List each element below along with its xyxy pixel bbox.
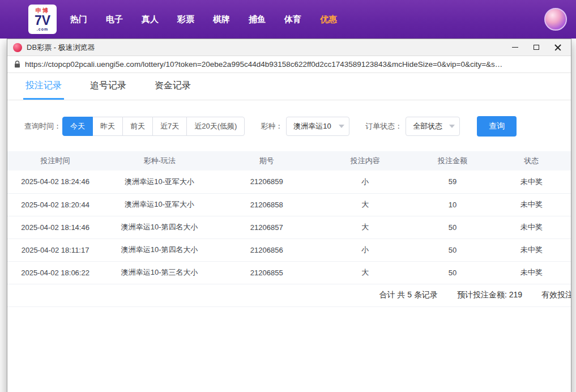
status-select-value: 全部状态 [413,121,442,131]
lottery-select[interactable]: 澳洲幸运10 [286,117,349,136]
table-row: 2025-04-02 18:06:22澳洲幸运10-第三名大小21206855大… [7,261,571,284]
table-cell: 21206856 [216,238,317,261]
table-cell: 未中奖 [492,238,571,261]
table-cell: 小 [317,238,413,261]
window-titlebar[interactable]: DB彩票 - 极速浏览器 [7,39,571,56]
logo-badge-text: 申博 [36,8,49,14]
table-cell: 50 [413,216,492,238]
column-header: 投注时间 [7,151,103,171]
time-filter-前天[interactable]: 前天 [122,117,153,136]
table-cell: 50 [413,238,492,261]
table-header-row: 投注时间彩种-玩法期号投注内容投注金额状态 [7,151,571,171]
table-cell: 小 [317,171,413,193]
table-cell: 21206858 [216,193,317,216]
table-cell: 21206855 [216,261,317,284]
column-header: 投注金额 [413,151,492,171]
status-filter-label: 订单状态： [365,121,402,131]
table-cell: 大 [317,216,413,238]
table-cell: 未中奖 [492,261,571,284]
logo-suffix-text: .com [37,27,48,31]
site-logo[interactable]: 申博 7V .com [28,5,57,34]
table-row: 2025-04-02 18:11:17澳洲幸运10-第四名大小21206856小… [7,238,571,261]
time-filter-近20天(低频)[interactable]: 近20天(低频) [186,117,245,136]
lottery-select-value: 澳洲幸运10 [293,121,331,131]
nav-item-优惠[interactable]: 优惠 [320,14,337,25]
table-cell: 59 [413,171,492,193]
summary-expected-amount: 预计投注金额: 219 [457,290,522,300]
column-header: 彩种-玩法 [103,151,216,171]
table-row: 2025-04-02 18:20:44澳洲幸运10-亚军大小21206858大1… [7,193,571,216]
minimize-button[interactable] [504,39,526,56]
nav-item-体育[interactable]: 体育 [284,14,301,25]
nav-item-电子[interactable]: 电子 [106,14,123,25]
logo-name-text: 7V [35,14,50,27]
lock-icon [14,61,20,68]
maximize-icon [534,45,539,50]
table-cell: 未中奖 [492,171,571,193]
tab-追号记录[interactable]: 追号记录 [89,80,127,100]
minimize-icon [512,47,518,48]
address-bar[interactable]: https://ctopcp02pcali.uengi5e.com/lotter… [7,56,571,73]
table-cell: 澳洲幸运10-第三名大小 [103,261,216,284]
time-filter-昨天[interactable]: 昨天 [92,117,123,136]
window-title: DB彩票 - 极速浏览器 [27,42,95,53]
maximize-button[interactable] [526,39,547,56]
table-cell: 10 [413,193,492,216]
close-icon [554,44,561,51]
window-controls [504,39,569,56]
query-button[interactable]: 查询 [477,116,517,137]
nav-item-捕鱼[interactable]: 捕鱼 [249,14,266,25]
table-cell: 2025-04-02 18:24:46 [7,171,103,193]
nav-item-热门[interactable]: 热门 [70,14,87,25]
summary-total: 合计 共 5 条记录 [379,290,438,300]
table-cell: 澳洲幸运10-第四名大小 [103,216,216,238]
nav-item-棋牌[interactable]: 棋牌 [213,14,230,25]
main-nav: 热门电子真人彩票棋牌捕鱼体育优惠 [70,14,337,25]
browser-favicon-icon [13,43,22,52]
order-status-select[interactable]: 全部状态 [406,117,460,136]
table-summary: 合计 共 5 条记录 预计投注金额: 219 有效投注: [7,284,571,307]
column-header: 投注内容 [317,151,413,171]
time-filter-group: 今天昨天前天近7天近20天(低频) [62,117,245,136]
tab-资金记录[interactable]: 资金记录 [153,80,192,100]
table-cell: 21206859 [216,171,317,193]
tab-投注记录[interactable]: 投注记录 [24,80,63,100]
page-content: 投注记录追号记录资金记录 查询时间： 今天昨天前天近7天近20天(低频) 彩种：… [7,73,571,392]
table-cell: 2025-04-02 18:11:17 [7,238,103,261]
table-cell: 未中奖 [492,193,571,216]
close-button[interactable] [547,39,569,56]
table-cell: 2025-04-02 18:20:44 [7,193,103,216]
table-cell: 澳洲幸运10-亚军大小 [103,171,216,193]
record-tabs: 投注记录追号记录资金记录 [7,73,571,100]
site-topbar: 申博 7V .com 热门电子真人彩票棋牌捕鱼体育优惠 [0,0,576,39]
table-cell: 未中奖 [492,216,571,238]
table-cell: 大 [317,261,413,284]
chevron-down-icon [339,125,344,128]
table-cell: 2025-04-02 18:06:22 [7,261,103,284]
lottery-filter-label: 彩种： [261,121,283,131]
table-cell: 澳洲幸运10-亚军大小 [103,193,216,216]
url-text: https://ctopcp02pcali.uengi5e.com/lotter… [25,60,502,69]
browser-window: DB彩票 - 极速浏览器 https://ctopcp02pcali.uengi… [7,39,571,392]
user-avatar[interactable] [544,8,567,31]
table-cell: 50 [413,261,492,284]
table-cell: 大 [317,193,413,216]
time-filter-label: 查询时间： [24,121,61,131]
time-filter-今天[interactable]: 今天 [62,117,93,136]
table-cell: 21206857 [216,216,317,238]
column-header: 状态 [492,151,571,171]
summary-valid-amount: 有效投注: [541,290,571,300]
table-row: 2025-04-02 18:14:46澳洲幸运10-第四名大小21206857大… [7,216,571,238]
chevron-down-icon [449,125,455,128]
column-header: 期号 [216,151,317,171]
table-cell: 澳洲幸运10-第四名大小 [103,238,216,261]
filter-bar: 查询时间： 今天昨天前天近7天近20天(低频) 彩种： 澳洲幸运10 订单状态：… [7,100,571,137]
time-filter-近7天[interactable]: 近7天 [152,117,187,136]
nav-item-彩票[interactable]: 彩票 [177,14,194,25]
table-cell: 2025-04-02 18:14:46 [7,216,103,238]
bet-record-table: 投注时间彩种-玩法期号投注内容投注金额状态 2025-04-02 18:24:4… [7,151,571,307]
table-row: 2025-04-02 18:24:46澳洲幸运10-亚军大小21206859小5… [7,171,571,193]
nav-item-真人[interactable]: 真人 [142,14,159,25]
table-body: 2025-04-02 18:24:46澳洲幸运10-亚军大小21206859小5… [7,171,571,284]
